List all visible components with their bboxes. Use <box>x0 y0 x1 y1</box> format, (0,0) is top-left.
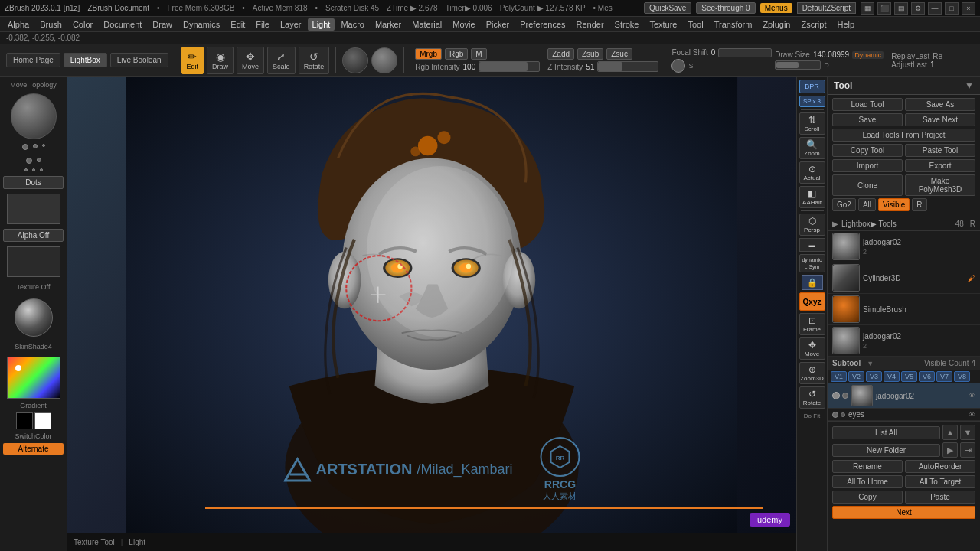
canvas-area[interactable]: ARTSTATION /Milad_Kambari RR RRCG <box>67 77 796 533</box>
menus-button[interactable]: Menus <box>760 3 792 13</box>
menu-draw[interactable]: Draw <box>148 18 177 31</box>
spix-button[interactable]: SPix 3 <box>799 96 825 107</box>
home-page-tab[interactable]: Home Page <box>6 53 60 67</box>
tool-thumb-3[interactable] <box>832 327 860 354</box>
scroll-button[interactable]: ⇅ Scroll <box>799 112 825 135</box>
icon-minimize[interactable]: — <box>928 2 942 15</box>
vis-v8[interactable]: V8 <box>954 371 970 382</box>
menu-layer[interactable]: Layer <box>276 18 306 31</box>
load-tools-from-project-button[interactable]: Load Tools From Project <box>832 129 975 142</box>
default-script-button[interactable]: DefaultZScript <box>797 2 856 14</box>
eyes-eye-icon[interactable]: 👁 <box>969 411 975 419</box>
tool-title-expand-icon[interactable]: ▼ <box>965 80 974 91</box>
vis-v4[interactable]: V4 <box>884 371 900 382</box>
menu-preferences[interactable]: Preferences <box>515 18 570 31</box>
icon-settings[interactable]: ⚙ <box>911 2 925 15</box>
menu-material[interactable]: Material <box>407 18 446 31</box>
go2-button[interactable]: Go2 <box>832 198 856 211</box>
vis-v1[interactable]: V1 <box>831 371 847 382</box>
list-all-button[interactable]: List All <box>832 426 940 439</box>
z-intensity-slider[interactable] <box>597 61 658 72</box>
load-tool-button[interactable]: Load Tool <box>832 98 903 111</box>
save-button[interactable]: Save <box>832 113 903 126</box>
menu-light[interactable]: Light <box>308 18 335 31</box>
rename-button[interactable]: Rename <box>832 460 903 473</box>
zsuc-button[interactable]: Zsuc <box>606 48 632 60</box>
menu-edit[interactable]: Edit <box>226 18 250 31</box>
move-tool-button[interactable]: ✥ Move <box>237 47 264 74</box>
all-button[interactable]: All <box>858 198 876 211</box>
list-all-up-icon[interactable]: ▲ <box>942 425 958 440</box>
rotate-tool-button[interactable]: ↺ Rotate <box>299 47 330 74</box>
scale-tool-button[interactable]: ⤢ Scale <box>267 47 296 74</box>
all-to-target-button[interactable]: All To Target <box>905 475 975 488</box>
import-button[interactable]: Import <box>832 159 903 172</box>
menu-picker[interactable]: Picker <box>482 18 514 31</box>
draw-size-slider[interactable] <box>775 60 821 70</box>
rgb-button[interactable]: Rgb <box>445 48 468 60</box>
all-to-home-button[interactable]: All To Home <box>832 475 903 488</box>
menu-file[interactable]: File <box>251 18 274 31</box>
clone-button[interactable]: Clone <box>832 174 903 196</box>
seethrough-button[interactable]: See-through 0 <box>696 2 755 14</box>
sub-item-jadoogar[interactable]: jadoogar02 👁 <box>828 383 980 409</box>
tool-thumb-1[interactable] <box>832 233 860 260</box>
gizmo-rotate-button[interactable]: ↺ Rotate <box>799 386 825 409</box>
texture-preview[interactable] <box>7 246 60 277</box>
lightbox-arrow-icon[interactable]: ▶ <box>832 220 838 228</box>
menu-render[interactable]: Render <box>572 18 609 31</box>
frame-button[interactable]: ⊡ Frame <box>799 313 825 335</box>
copy-bottom-button[interactable]: Copy <box>832 491 903 504</box>
mrgb-button[interactable]: Mrgb <box>415 48 442 60</box>
r-sub-button[interactable]: R <box>912 198 926 211</box>
lightbox-tab[interactable]: LightBox <box>64 53 107 67</box>
icon-maximize[interactable]: □ <box>945 2 959 15</box>
menu-texture[interactable]: Texture <box>645 18 681 31</box>
floor-toggle[interactable]: ▬ <box>799 238 825 252</box>
menu-document[interactable]: Document <box>99 18 146 31</box>
r-count-btn[interactable]: R <box>970 220 975 228</box>
zsub-button[interactable]: Zsub <box>577 48 603 60</box>
menu-tool[interactable]: Tool <box>683 18 707 31</box>
lock-button[interactable]: 🔒 <box>802 275 823 290</box>
menu-zplugin[interactable]: Zplugin <box>758 18 795 31</box>
color-picker[interactable] <box>7 357 60 399</box>
menu-movie[interactable]: Movie <box>448 18 479 31</box>
vis-v5[interactable]: V5 <box>901 371 917 382</box>
menu-dynamics[interactable]: Dynamics <box>178 18 224 31</box>
tool-thumb-cylinder[interactable] <box>832 264 860 292</box>
save-next-button[interactable]: Save Next <box>905 113 975 126</box>
alternate-button[interactable]: Alternate <box>3 443 64 455</box>
rgb-intensity-slider[interactable] <box>479 61 540 72</box>
live-boolean-tab[interactable]: Live Boolean <box>110 53 168 67</box>
alpha-preview[interactable] <box>7 194 60 224</box>
focal-circle[interactable] <box>671 59 685 73</box>
m-button[interactable]: M <box>471 48 486 60</box>
menu-stroke[interactable]: Stroke <box>610 18 644 31</box>
menu-color[interactable]: Color <box>68 18 97 31</box>
brush-sphere-preview[interactable] <box>11 93 57 139</box>
icon-grid[interactable]: ▦ <box>861 2 874 15</box>
canvas-background[interactable]: ARTSTATION /Milad_Kambari RR RRCG <box>67 77 796 533</box>
vis-v6[interactable]: V6 <box>919 371 935 382</box>
zadd-button[interactable]: Zadd <box>547 48 574 60</box>
auto-reorder-button[interactable]: AutoReorder <box>905 460 975 473</box>
vis-v2[interactable]: V2 <box>848 371 864 382</box>
save-as-button[interactable]: Save As <box>905 98 975 111</box>
dynamic-lsym-button[interactable]: dynamic L.Sym <box>799 254 825 272</box>
next-button[interactable]: Next <box>832 506 975 519</box>
paste-tool-button[interactable]: Paste Tool <box>905 144 975 157</box>
focal-shift-slider[interactable] <box>718 48 772 57</box>
sub-eye-icon[interactable]: 👁 <box>969 392 975 399</box>
vis-v7[interactable]: V7 <box>936 371 952 382</box>
vis-v3[interactable]: V3 <box>866 371 882 382</box>
menu-brush[interactable]: Brush <box>35 18 67 31</box>
draw-tool-button[interactable]: ◉ Draw <box>207 47 234 74</box>
subtool-header[interactable]: Subtool ▼ Visible Count 4 <box>828 357 980 370</box>
material-sphere[interactable] <box>15 298 53 337</box>
aahalf-button[interactable]: ◧ AAHalf <box>799 186 825 208</box>
dots-button[interactable]: Dots <box>3 176 64 189</box>
brush-preview-2[interactable] <box>371 47 397 73</box>
new-folder-button[interactable]: New Folder <box>832 444 940 457</box>
white-swatch[interactable] <box>34 412 51 429</box>
